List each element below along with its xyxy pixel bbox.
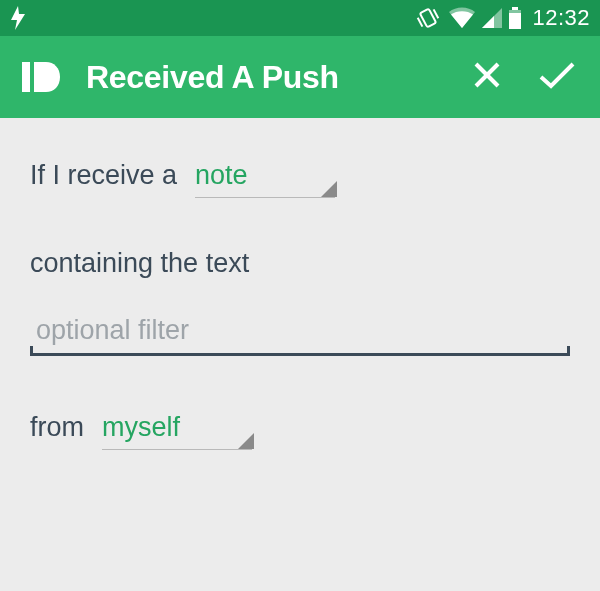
signal-icon	[482, 8, 502, 28]
chevron-down-icon	[321, 181, 337, 197]
action-bar: Received A Push	[0, 36, 600, 118]
flash-icon	[8, 6, 28, 30]
push-type-value: note	[195, 160, 248, 190]
label-if-receive: If I receive a	[30, 160, 177, 191]
svg-rect-5	[509, 13, 521, 29]
status-clock: 12:32	[532, 5, 590, 31]
line-from: from myself	[30, 412, 570, 450]
wifi-icon	[448, 7, 476, 29]
push-type-spinner[interactable]: note	[195, 160, 335, 198]
svg-rect-3	[512, 7, 518, 10]
page-title: Received A Push	[86, 59, 442, 96]
svg-rect-6	[22, 62, 30, 92]
chevron-down-icon	[238, 433, 254, 449]
check-icon	[537, 59, 577, 95]
cancel-button[interactable]	[462, 52, 512, 102]
svg-line-2	[434, 9, 439, 18]
confirm-button[interactable]	[532, 52, 582, 102]
from-value: myself	[102, 412, 180, 442]
label-from: from	[30, 412, 84, 443]
filter-input[interactable]	[30, 309, 570, 356]
label-containing: containing the text	[30, 248, 570, 279]
close-icon	[471, 59, 503, 95]
status-bar: 12:32	[0, 0, 600, 36]
battery-icon	[508, 7, 522, 29]
vibrate-icon	[414, 7, 442, 29]
from-spinner[interactable]: myself	[102, 412, 252, 450]
app-logo-icon	[16, 52, 66, 102]
filter-field-wrap	[30, 309, 570, 356]
svg-line-1	[418, 18, 423, 27]
form-content: If I receive a note containing the text …	[0, 118, 600, 450]
line-receive: If I receive a note	[30, 160, 570, 198]
